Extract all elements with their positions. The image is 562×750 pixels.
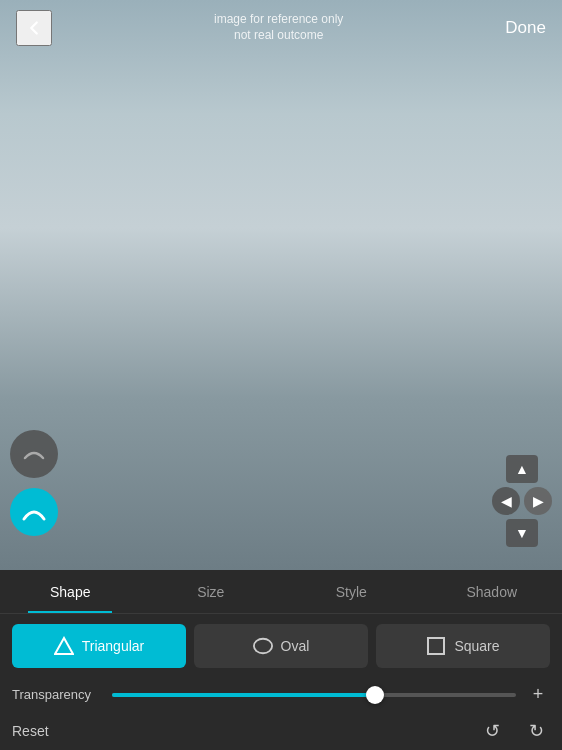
shape-options: Triangular Oval Square	[0, 614, 562, 678]
reset-row: Reset ↺ ↻	[0, 711, 562, 750]
svg-point-19	[254, 639, 272, 654]
arrow-down-button[interactable]: ▼	[506, 519, 538, 547]
transparency-label: Transparency	[12, 687, 102, 702]
eyebrow-shape-button[interactable]	[10, 430, 58, 478]
tab-shape[interactable]: Shape	[0, 570, 141, 613]
transparency-plus-button[interactable]: +	[526, 684, 550, 705]
tab-shadow[interactable]: Shadow	[422, 570, 563, 613]
header: image for reference only not real outcom…	[0, 0, 562, 56]
triangle-icon	[54, 636, 74, 656]
redo-button[interactable]: ↻	[522, 717, 550, 745]
svg-rect-20	[428, 638, 444, 654]
oval-label: Oval	[281, 638, 310, 654]
square-label: Square	[454, 638, 499, 654]
triangular-label: Triangular	[82, 638, 145, 654]
oval-icon	[253, 636, 273, 656]
arrow-right-button[interactable]: ▶	[524, 487, 552, 515]
shape-square-button[interactable]: Square	[376, 624, 550, 668]
svg-marker-18	[55, 638, 73, 654]
arch-button[interactable]	[10, 488, 58, 536]
tab-style[interactable]: Style	[281, 570, 422, 613]
shape-triangular-button[interactable]: Triangular	[12, 624, 186, 668]
shape-oval-button[interactable]: Oval	[194, 624, 368, 668]
notice-line1: image for reference only	[214, 12, 343, 28]
back-button[interactable]	[16, 10, 52, 46]
notice-line2: not real outcome	[214, 28, 343, 44]
slider-thumb[interactable]	[366, 686, 384, 704]
arrow-left-button[interactable]: ◀	[492, 487, 520, 515]
tab-size[interactable]: Size	[141, 570, 282, 613]
transparency-slider[interactable]	[112, 693, 516, 697]
tabs-row: Shape Size Style Shadow	[0, 570, 562, 614]
bottom-panel: Shape Size Style Shadow Triangular	[0, 570, 562, 750]
undo-button[interactable]: ↺	[478, 717, 506, 745]
square-icon	[426, 636, 446, 656]
left-controls	[10, 430, 58, 536]
reset-button[interactable]: Reset	[12, 723, 49, 739]
slider-fill	[112, 693, 375, 697]
direction-controls: ▲ ◀ ▶ ▼	[492, 455, 552, 547]
header-notice: image for reference only not real outcom…	[214, 12, 343, 43]
arrow-up-button[interactable]: ▲	[506, 455, 538, 483]
done-button[interactable]: Done	[505, 18, 546, 38]
photo-area: ▲ ◀ ▶ ▼	[0, 0, 562, 570]
transparency-row: Transparency +	[0, 678, 562, 711]
reset-icons: ↺ ↻	[478, 717, 550, 745]
